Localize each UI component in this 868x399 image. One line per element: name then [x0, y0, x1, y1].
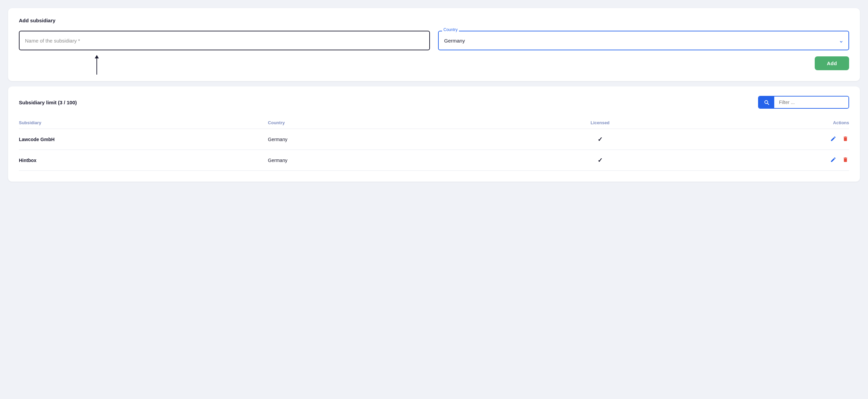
table-header-row: Subsidiary Country Licensed Actions — [19, 117, 849, 129]
search-button[interactable] — [759, 97, 774, 108]
add-subsidiary-form-row: Country Germany France United States Uni… — [19, 31, 849, 50]
table-row: HintboxGermany✓ — [19, 150, 849, 171]
cell-subsidiary-licensed: ✓ — [517, 150, 683, 171]
search-icon — [763, 99, 770, 105]
subsidiary-list-title: Subsidiary limit (3 / 100) — [19, 100, 77, 105]
cursor-indicator — [96, 58, 97, 75]
country-field-wrapper: Country Germany France United States Uni… — [438, 31, 849, 50]
cell-subsidiary-actions — [683, 150, 849, 171]
action-icons — [683, 156, 849, 164]
cell-subsidiary-actions — [683, 129, 849, 150]
cell-subsidiary-country: Germany — [268, 129, 517, 150]
name-field-wrapper — [19, 31, 430, 50]
table-row: Lawcode GmbHGermany✓ — [19, 129, 849, 150]
add-subsidiary-card: Add subsidiary Country Germany France Un… — [8, 8, 860, 81]
trash-icon — [842, 157, 848, 163]
cell-subsidiary-name: Hintbox — [19, 150, 268, 171]
list-header: Subsidiary limit (3 / 100) — [19, 96, 849, 109]
country-select[interactable]: Germany France United States United King… — [438, 31, 849, 50]
col-header-subsidiary: Subsidiary — [19, 117, 268, 129]
cursor-arrow — [96, 58, 97, 75]
pencil-icon — [830, 136, 836, 142]
table-body: Lawcode GmbHGermany✓HintboxGermany✓ — [19, 129, 849, 171]
filter-wrapper — [758, 96, 849, 109]
filter-input[interactable] — [774, 97, 848, 108]
subsidiary-list-card: Subsidiary limit (3 / 100) Subsidiary Co… — [8, 86, 860, 182]
pencil-icon — [830, 157, 836, 163]
action-icons — [683, 135, 849, 143]
add-button[interactable]: Add — [815, 56, 849, 70]
table-header: Subsidiary Country Licensed Actions — [19, 117, 849, 129]
add-subsidiary-title: Add subsidiary — [19, 18, 849, 23]
col-header-country: Country — [268, 117, 517, 129]
add-button-row: Add — [19, 56, 849, 70]
trash-icon — [842, 136, 848, 142]
edit-button[interactable] — [830, 135, 837, 143]
delete-button[interactable] — [842, 135, 849, 143]
col-header-actions: Actions — [683, 117, 849, 129]
cell-subsidiary-country: Germany — [268, 150, 517, 171]
cell-subsidiary-licensed: ✓ — [517, 129, 683, 150]
subsidiary-name-input[interactable] — [19, 31, 430, 50]
col-header-licensed: Licensed — [517, 117, 683, 129]
edit-button[interactable] — [830, 156, 837, 164]
cell-subsidiary-name: Lawcode GmbH — [19, 129, 268, 150]
country-label: Country — [442, 27, 459, 32]
delete-button[interactable] — [842, 156, 849, 164]
subsidiary-table: Subsidiary Country Licensed Actions Lawc… — [19, 117, 849, 171]
